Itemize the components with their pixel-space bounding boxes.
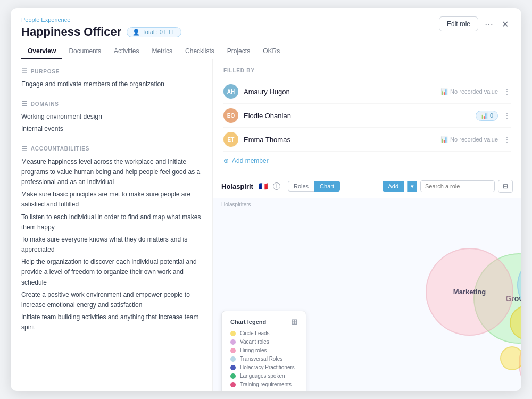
chart-icon: 📊 (440, 88, 448, 95)
avatar: ET (223, 132, 238, 147)
purpose-body: Engage and motivate members of the organ… (21, 79, 202, 89)
purpose-section-header: ☰ PURPOSE (21, 68, 202, 75)
page-header: People Experience Happiness Officer 👤 To… (11, 8, 521, 59)
chart-tab[interactable]: Chart (314, 181, 340, 192)
legend-dot (230, 373, 236, 379)
edit-role-button[interactable]: Edit role (439, 16, 478, 31)
person-more-button[interactable]: ⋮ (503, 111, 511, 120)
holaspiriters-label: Holaspiriters (213, 198, 521, 211)
person-row: ET Emma Thomas 📊 No recorded value ⋮ (223, 128, 511, 152)
bubble-chart-area: Growth Marketing CustomerServices Produc… (213, 211, 521, 391)
add-button[interactable]: Add (383, 181, 404, 192)
person-row: AH Amaury Hugon 📊 No recorded value ⋮ (223, 80, 511, 104)
tab-checklists[interactable]: Checklists (179, 44, 221, 59)
chart-section: Holaspirit 🇫🇷 i Roles Chart Add ▾ ⊟ Hola… (213, 174, 521, 391)
legend-dot (230, 331, 236, 336)
legend-item-hiring: Hiring roles (230, 347, 297, 353)
tab-documents[interactable]: Documents (62, 44, 107, 59)
marketing-bubble[interactable]: Marketing (426, 248, 513, 336)
org-name: Holaspirit (221, 182, 253, 190)
legend-dot (230, 365, 236, 370)
legend-dot (230, 382, 236, 387)
avatar: AH (223, 84, 238, 99)
person-name: Amaury Hugon (244, 88, 435, 96)
small-bubble-1 (500, 346, 521, 370)
tab-okrs[interactable]: OKRs (256, 44, 286, 59)
main-card: People Experience Happiness Officer 👤 To… (11, 8, 521, 391)
fte-badge: 👤 Total : 0 FTE (127, 27, 181, 37)
tab-overview[interactable]: Overview (21, 44, 62, 59)
close-button[interactable]: ✕ (500, 17, 511, 31)
tab-bar: Overview Documents Activities Metrics Ch… (21, 44, 511, 59)
person-name: Emma Thomas (244, 136, 435, 144)
header-actions: Edit role ⋯ ✕ (439, 16, 511, 31)
legend-item-transversal: Transversal Roles (230, 356, 297, 362)
flag-icon: 🇫🇷 (259, 182, 268, 190)
right-panel: FILLED BY AH Amaury Hugon 📊 No recorded … (213, 59, 521, 391)
title-row: Happiness Officer 👤 Total : 0 FTE (21, 25, 511, 39)
accountabilities-section-header: ☰ ACCOUNTABILITIES (21, 145, 202, 153)
legend-item-circle-leads: Circle Leads (230, 330, 297, 336)
domains-section-header: ☰ DOMAINS (21, 100, 202, 107)
add-icon: ⊕ (223, 157, 229, 164)
tab-metrics[interactable]: Metrics (145, 44, 179, 59)
no-recorded-value: 📊 No recorded value (440, 88, 498, 95)
legend-item-languages: Languages spoken (230, 373, 297, 379)
lines-icon: ☰ (21, 68, 28, 75)
chart-icon-2: 📊 (440, 136, 448, 143)
person-more-button[interactable]: ⋮ (503, 135, 511, 144)
person-name: Elodie Ohanian (244, 112, 470, 120)
legend-dot (230, 356, 236, 362)
left-panel: ☰ PURPOSE Engage and motivate members of… (11, 59, 213, 391)
person-more-button[interactable]: ⋮ (503, 87, 511, 96)
chart-legend: Chart legend ⊞ Circle Leads Vacant roles (221, 311, 306, 391)
breadcrumb: People Experience (21, 16, 511, 23)
chart-tab-group: Roles Chart (288, 181, 340, 192)
search-role-input[interactable] (420, 180, 495, 192)
legend-item-vacant: Vacant roles (230, 339, 297, 345)
user-icon: 👤 (132, 29, 140, 36)
chart-header: Holaspirit 🇫🇷 i Roles Chart Add ▾ ⊟ (213, 174, 521, 198)
legend-item-holacracy: Holacracy Practitioners (230, 364, 297, 370)
chart-icon-small: 📊 (480, 112, 488, 119)
value-badge: 📊 0 (476, 111, 498, 121)
filled-by-title: FILLED BY (223, 68, 511, 73)
legend-dot (230, 348, 236, 353)
domains-body: Working environment design Internal even… (21, 112, 202, 134)
legend-dot (230, 339, 236, 345)
filled-by-section: FILLED BY AH Amaury Hugon 📊 No recorded … (213, 59, 521, 174)
roles-tab[interactable]: Roles (288, 181, 314, 192)
tab-activities[interactable]: Activities (107, 44, 145, 59)
filter-button[interactable]: ⊟ (498, 180, 513, 193)
more-options-button[interactable]: ⋯ (483, 17, 495, 31)
legend-title: Chart legend ⊞ (230, 318, 297, 326)
tab-projects[interactable]: Projects (221, 44, 256, 59)
avatar: EO (223, 108, 238, 123)
chart-actions: Add ▾ ⊟ (383, 180, 513, 193)
content-area: ☰ PURPOSE Engage and motivate members of… (11, 59, 521, 391)
info-icon: i (273, 182, 280, 190)
page-title: Happiness Officer (21, 25, 121, 39)
add-member-button[interactable]: ⊕ Add member (223, 152, 511, 165)
person-row: EO Elodie Ohanian 📊 0 ⋮ (223, 104, 511, 128)
no-recorded-value: 📊 No recorded value (440, 136, 498, 143)
add-dropdown-button[interactable]: ▾ (407, 181, 417, 192)
lines-icon-domains: ☰ (21, 100, 28, 107)
accountabilities-body: Measure happiness level across the workp… (21, 157, 202, 333)
lines-icon-acc: ☰ (21, 145, 28, 153)
expand-icon[interactable]: ⊞ (291, 318, 297, 326)
legend-item-training: Training requirements (230, 381, 297, 387)
